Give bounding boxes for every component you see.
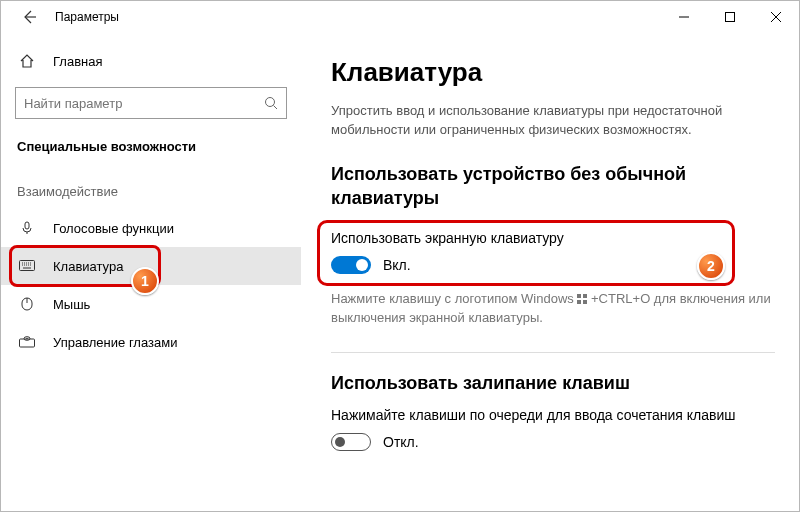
mouse-icon — [17, 297, 37, 311]
home-icon — [17, 53, 37, 69]
home-nav[interactable]: Главная — [1, 43, 301, 79]
eye-control-icon — [17, 336, 37, 348]
sidebar-section-header: Специальные возможности — [1, 135, 301, 168]
close-icon — [771, 12, 781, 22]
svg-point-7 — [26, 338, 28, 340]
sidebar-item-mouse[interactable]: Мышь — [1, 285, 301, 323]
section-heading-sticky-keys: Использовать залипание клавиш — [331, 371, 775, 395]
home-label: Главная — [53, 54, 102, 69]
toggle-state-label: Откл. — [383, 434, 419, 450]
maximize-button[interactable] — [707, 1, 753, 33]
toggle-sticky-keys[interactable] — [331, 433, 371, 451]
toggle-onscreen-keyboard[interactable] — [331, 256, 371, 274]
windows-logo-icon — [577, 294, 587, 304]
minimize-icon — [679, 12, 689, 22]
help-text-onscreen-keyboard: Нажмите клавишу с логотипом Windows +CTR… — [331, 290, 775, 328]
annotation-badge-2: 2 — [697, 252, 725, 280]
sidebar-item-label: Мышь — [53, 297, 90, 312]
page-description: Упростить ввод и использование клавиатур… — [331, 102, 775, 140]
setting-label-sticky-keys: Нажимайте клавиши по очереди для ввода с… — [331, 407, 775, 423]
sidebar-item-label: Клавиатура — [53, 259, 123, 274]
microphone-icon — [17, 221, 37, 235]
main-content: Клавиатура Упростить ввод и использовани… — [301, 33, 799, 511]
svg-point-1 — [266, 98, 275, 107]
minimize-button[interactable] — [661, 1, 707, 33]
search-box[interactable] — [15, 87, 287, 119]
sidebar-item-eye-control[interactable]: Управление глазами — [1, 323, 301, 361]
toggle-state-label: Вкл. — [383, 257, 411, 273]
setting-label: Использовать экранную клавиатуру — [331, 230, 765, 246]
sidebar-item-label: Голосовые функции — [53, 221, 174, 236]
setting-onscreen-keyboard: Использовать экранную клавиатуру Вкл. 2 — [321, 222, 775, 284]
svg-rect-0 — [726, 13, 735, 22]
sidebar: Главная Специальные возможности Взаимоде… — [1, 33, 301, 511]
search-input[interactable] — [24, 96, 264, 111]
search-icon — [264, 96, 278, 110]
sidebar-item-label: Управление глазами — [53, 335, 177, 350]
window-title: Параметры — [55, 10, 661, 24]
page-title: Клавиатура — [331, 57, 775, 88]
divider — [331, 352, 775, 353]
arrow-left-icon — [21, 9, 37, 25]
back-button[interactable] — [15, 3, 43, 31]
section-heading-onscreen-keyboard: Использовать устройство без обычной клав… — [331, 162, 775, 211]
close-button[interactable] — [753, 1, 799, 33]
svg-rect-2 — [25, 222, 29, 229]
sidebar-group-label: Взаимодействие — [1, 168, 301, 209]
maximize-icon — [725, 12, 735, 22]
sidebar-item-voice[interactable]: Голосовые функции — [1, 209, 301, 247]
sidebar-item-keyboard[interactable]: Клавиатура 1 — [1, 247, 301, 285]
keyboard-icon — [17, 260, 37, 272]
